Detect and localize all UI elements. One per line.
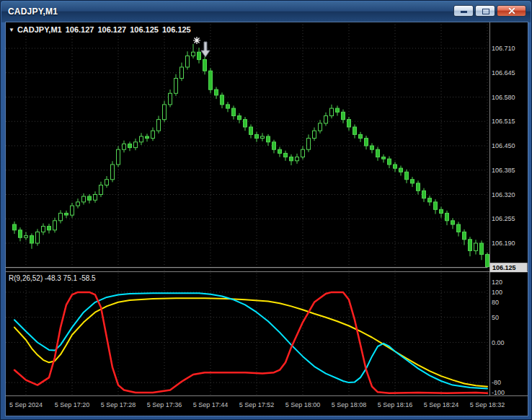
price-axis-label: 106.580 — [492, 94, 515, 101]
candle-body — [180, 67, 184, 79]
candle-body — [376, 149, 380, 157]
candle-body — [232, 108, 236, 115]
title-bar[interactable]: CADJPY,M1 — [1, 1, 531, 22]
time-axis-label: 5 Sep 17:44 — [193, 401, 229, 408]
candle-body — [186, 56, 190, 67]
time-axis-label: 5 Sep 17:28 — [101, 401, 136, 408]
candle-body — [347, 120, 351, 127]
candle-body — [94, 195, 97, 201]
price-axis-label: 106.645 — [492, 69, 515, 76]
candle-body — [474, 243, 478, 250]
candle-body — [48, 227, 51, 230]
sparkle-icon — [193, 37, 200, 44]
candle-body — [169, 93, 172, 105]
candle-body — [463, 232, 466, 239]
price-axis-label: 106.255 — [492, 215, 515, 222]
minimize-button[interactable] — [453, 5, 474, 17]
candle-body — [417, 183, 420, 191]
candle-body — [244, 120, 247, 127]
candle-body — [434, 202, 438, 209]
candle-body — [255, 134, 259, 138]
candle-body — [422, 191, 426, 198]
restore-icon — [482, 9, 489, 14]
indicator-line-aqua — [14, 293, 487, 388]
candle-body — [405, 172, 409, 179]
time-axis-label: 5 Sep 18:08 — [332, 401, 367, 408]
price-axis-label: 106.515 — [492, 118, 515, 125]
candle-body — [157, 120, 161, 131]
candle-body — [36, 232, 40, 243]
candle-body — [105, 180, 109, 185]
quote-symbol: CADJPY,M1 — [17, 25, 62, 34]
candle-body — [13, 224, 17, 230]
candle-body — [324, 116, 328, 123]
candle-body — [307, 139, 311, 150]
time-axis-label: 5 Sep 18:32 — [470, 401, 505, 408]
candle-body — [203, 60, 207, 71]
candle-body — [267, 136, 270, 142]
candle-body — [221, 95, 224, 105]
candle-body — [319, 123, 322, 131]
indicator-label: R(9,26,52) -48.3 75.1 -58.5 — [9, 274, 96, 282]
restore-button[interactable] — [475, 5, 495, 17]
chart-canvas[interactable]: 5 Sep 20245 Sep 17:205 Sep 17:285 Sep 17… — [6, 22, 528, 416]
candle-body — [226, 105, 230, 108]
candle-body — [480, 243, 484, 255]
symbol-dropdown-icon[interactable]: ▼ — [9, 27, 14, 33]
candle-body — [411, 180, 414, 183]
window-title: CADJPY,M1 — [8, 6, 58, 17]
candle-body — [382, 157, 386, 159]
candle-body — [486, 255, 489, 267]
indicator-axis-label: -100 — [492, 389, 505, 396]
candle-body — [330, 108, 334, 115]
candle-body — [394, 165, 397, 168]
quote-open: 106.127 — [66, 25, 94, 34]
price-axis-label: 106.320 — [492, 191, 515, 198]
candle-body — [313, 131, 316, 138]
candle-body — [99, 185, 103, 195]
candle-body — [209, 71, 213, 89]
price-axis-label: 106.385 — [492, 167, 515, 174]
candle-body — [238, 116, 241, 120]
indicator-axis-label: 80 — [492, 299, 499, 306]
quote-overlay: ▼CADJPY,M1106.127106.127106.125106.125 — [9, 25, 195, 34]
time-axis-label: 5 Sep 17:20 — [55, 401, 90, 408]
candle-body — [296, 157, 299, 161]
candle-body — [272, 142, 276, 149]
indicator-axis-label: -80 — [492, 379, 501, 386]
candle-body — [117, 149, 120, 165]
current-price-label: 106.125 — [492, 264, 516, 271]
candle-body — [140, 136, 143, 142]
chart-area[interactable]: 5 Sep 20245 Sep 17:205 Sep 17:285 Sep 17… — [6, 22, 528, 416]
close-icon — [497, 6, 526, 16]
candle-body — [457, 224, 461, 232]
indicator-axis-label: 120 — [492, 279, 502, 286]
candle-body — [365, 139, 368, 146]
quote-low: 106.125 — [130, 25, 159, 34]
candle-body — [290, 157, 293, 161]
quote-close: 106.125 — [162, 25, 191, 34]
candle-body — [428, 198, 432, 202]
candle-body — [215, 89, 218, 95]
candle-body — [301, 149, 305, 157]
minimize-icon — [461, 11, 467, 13]
candle-body — [440, 209, 443, 213]
indicator-axis-label: 0.00 — [492, 339, 505, 346]
candle-body — [128, 144, 132, 147]
candle-body — [451, 221, 455, 224]
candle-body — [25, 236, 28, 238]
candle-body — [445, 213, 449, 220]
window-controls — [453, 5, 526, 17]
time-axis-label: 5 Sep 17:36 — [147, 401, 182, 408]
candle-body — [88, 196, 92, 200]
close-button[interactable] — [497, 5, 526, 17]
time-axis-label: 5 Sep 18:24 — [424, 401, 459, 408]
candle-body — [59, 213, 63, 220]
indicator-axis-label: 100 — [492, 289, 502, 296]
candle-body — [65, 213, 68, 215]
candle-body — [261, 136, 265, 139]
candle-body — [353, 127, 357, 134]
candle-body — [134, 142, 138, 148]
candle-body — [53, 221, 57, 230]
candle-body — [388, 159, 391, 165]
